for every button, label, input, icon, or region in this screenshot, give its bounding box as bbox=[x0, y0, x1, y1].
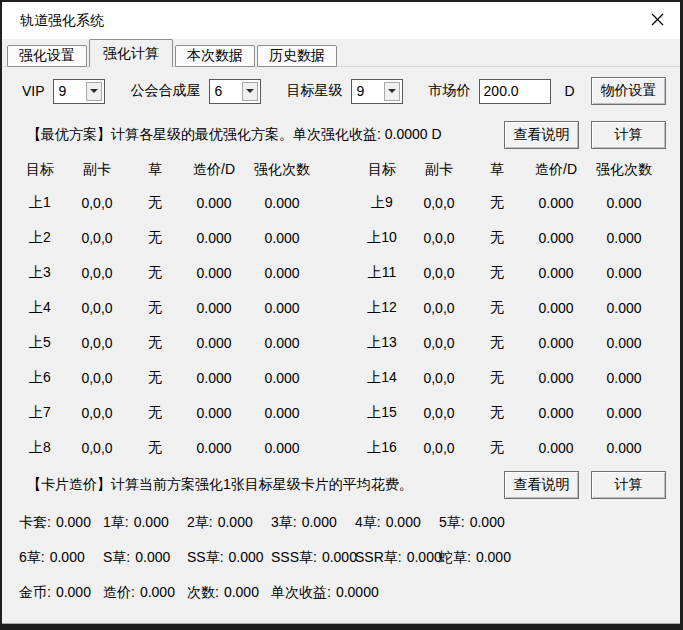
column-header: 强化次数 bbox=[584, 161, 664, 179]
table-cell: 0.000 bbox=[584, 335, 664, 351]
table-cell: 0,0,0 bbox=[412, 335, 466, 351]
stat-label: 4草: bbox=[355, 514, 381, 530]
table-cell: 0.000 bbox=[584, 300, 664, 316]
cost-calc-button[interactable]: 计算 bbox=[591, 471, 666, 499]
stat-label: 次数: bbox=[187, 584, 219, 600]
table-row: 上70,0,0无0.0000.000 bbox=[10, 395, 322, 430]
stat-value: 0.000 bbox=[218, 514, 253, 530]
table-cell: 无 bbox=[124, 264, 186, 282]
guild-house-selected-value: 6 bbox=[215, 83, 223, 99]
column-header: 副卡 bbox=[70, 161, 124, 179]
table-cell: 0.000 bbox=[186, 230, 242, 246]
stat-cell: 单次收益:0.0000 bbox=[271, 584, 379, 602]
table-cell: 无 bbox=[124, 194, 186, 212]
table-cell: 0.000 bbox=[584, 370, 664, 386]
stat-label: 6草: bbox=[19, 549, 45, 565]
optimal-help-button[interactable]: 查看说明 bbox=[504, 121, 579, 149]
table-cell: 无 bbox=[466, 264, 528, 282]
table-cell: 上8 bbox=[10, 439, 70, 457]
window-title: 轨道强化系统 bbox=[20, 12, 104, 30]
tab-enhance-settings[interactable]: 强化设置 bbox=[7, 45, 87, 67]
table-row: 上10,0,0无0.0000.000 bbox=[10, 185, 322, 220]
stats-row: 6草:0.000S草:0.000SS草:0.000SSS草:0.000SSR草:… bbox=[19, 540, 680, 575]
guild-house-select[interactable]: 6 bbox=[209, 79, 261, 104]
stat-cell: 1草:0.000 bbox=[103, 514, 187, 532]
table-cell: 0.000 bbox=[242, 230, 322, 246]
cost-help-button[interactable]: 查看说明 bbox=[504, 471, 579, 499]
chevron-down-icon[interactable] bbox=[242, 82, 258, 101]
table-cell: 上6 bbox=[10, 369, 70, 387]
stat-cell: 金币:0.000 bbox=[19, 584, 103, 602]
table-cell: 无 bbox=[466, 439, 528, 457]
table-cell: 0.000 bbox=[584, 265, 664, 281]
card-cost-section: 【卡片造价】计算当前方案强化1张目标星级卡片的平均花费。 查看说明 计算 bbox=[2, 465, 680, 505]
table-cell: 0.000 bbox=[186, 195, 242, 211]
column-header: 造价/D bbox=[186, 161, 242, 179]
tabstrip: 强化设置强化计算本次数据历史数据 bbox=[2, 39, 680, 67]
chevron-down-icon[interactable] bbox=[86, 82, 102, 101]
table-cell: 0,0,0 bbox=[70, 335, 124, 351]
table-cell: 0,0,0 bbox=[70, 195, 124, 211]
table-cell: 0.000 bbox=[186, 440, 242, 456]
table-cell: 无 bbox=[466, 369, 528, 387]
stat-cell: 卡套:0.000 bbox=[19, 514, 103, 532]
stat-label: 2草: bbox=[187, 514, 213, 530]
optimal-calc-button[interactable]: 计算 bbox=[591, 121, 666, 149]
table-cell: 无 bbox=[124, 369, 186, 387]
stats-row: 卡套:0.0001草:0.0002草:0.0003草:0.0004草:0.000… bbox=[19, 505, 680, 540]
stat-cell: SS草:0.000 bbox=[187, 549, 271, 567]
table-row: 上140,0,0无0.0000.000 bbox=[352, 360, 664, 395]
plan-tables: 目标副卡草造价/D强化次数上10,0,0无0.0000.000上20,0,0无0… bbox=[2, 155, 680, 465]
stat-label: 1草: bbox=[103, 514, 129, 530]
stat-value: 0.000 bbox=[135, 549, 170, 565]
table-cell: 上4 bbox=[10, 299, 70, 317]
table-cell: 0,0,0 bbox=[70, 300, 124, 316]
table-cell: 0.000 bbox=[186, 265, 242, 281]
table-cell: 0.000 bbox=[242, 300, 322, 316]
table-cell: 0.000 bbox=[528, 440, 584, 456]
stat-label: 单次收益: bbox=[271, 584, 331, 600]
table-cell: 无 bbox=[124, 404, 186, 422]
table-row: 上110,0,0无0.0000.000 bbox=[352, 255, 664, 290]
table-header-row: 目标副卡草造价/D强化次数 bbox=[352, 155, 664, 185]
stats-row: 金币:0.000造价:0.000次数:0.000单次收益:0.0000 bbox=[19, 575, 680, 610]
target-star-select[interactable]: 9 bbox=[351, 79, 403, 104]
table-cell: 0.000 bbox=[528, 300, 584, 316]
table-row: 上120,0,0无0.0000.000 bbox=[352, 290, 664, 325]
table-cell: 0.000 bbox=[584, 405, 664, 421]
table-cell: 上5 bbox=[10, 334, 70, 352]
table-cell: 0,0,0 bbox=[70, 230, 124, 246]
close-button[interactable] bbox=[634, 2, 680, 39]
price-settings-button[interactable]: 物价设置 bbox=[591, 77, 666, 105]
stat-cell: 2草:0.000 bbox=[187, 514, 271, 532]
table-cell: 0.000 bbox=[528, 265, 584, 281]
table-row: 上90,0,0无0.0000.000 bbox=[352, 185, 664, 220]
table-cell: 无 bbox=[466, 299, 528, 317]
table-cell: 0.000 bbox=[528, 370, 584, 386]
table-cell: 0.000 bbox=[242, 440, 322, 456]
tab-history-data[interactable]: 历史数据 bbox=[257, 45, 337, 67]
window: 轨道强化系统 强化设置强化计算本次数据历史数据 VIP 9 公会合成屋 bbox=[0, 0, 683, 630]
chevron-down-icon[interactable] bbox=[384, 82, 400, 101]
table-cell: 0.000 bbox=[242, 195, 322, 211]
stat-cell: 5草:0.000 bbox=[439, 514, 523, 532]
stat-label: 金币: bbox=[19, 584, 51, 600]
tab-current-data[interactable]: 本次数据 bbox=[175, 45, 255, 67]
table-cell: 0,0,0 bbox=[70, 405, 124, 421]
stat-label: 蛇草: bbox=[439, 549, 471, 565]
plan-table-left: 目标副卡草造价/D强化次数上10,0,0无0.0000.000上20,0,0无0… bbox=[10, 155, 322, 465]
stat-label: S草: bbox=[103, 549, 130, 565]
vip-select[interactable]: 9 bbox=[53, 79, 105, 104]
market-price-input[interactable] bbox=[479, 79, 551, 104]
table-row: 上20,0,0无0.0000.000 bbox=[10, 220, 322, 255]
target-star-label: 目标星级 bbox=[287, 82, 343, 100]
card-cost-description: 【卡片造价】计算当前方案强化1张目标星级卡片的平均花费。 bbox=[27, 476, 413, 494]
table-cell: 0.000 bbox=[528, 195, 584, 211]
stat-cell: 蛇草:0.000 bbox=[439, 549, 523, 567]
column-header: 造价/D bbox=[528, 161, 584, 179]
column-header: 强化次数 bbox=[242, 161, 322, 179]
tab-enhance-calc[interactable]: 强化计算 bbox=[89, 39, 173, 67]
target-star-selected-value: 9 bbox=[357, 83, 365, 99]
table-cell: 上10 bbox=[352, 229, 412, 247]
stat-cell: 3草:0.000 bbox=[271, 514, 355, 532]
